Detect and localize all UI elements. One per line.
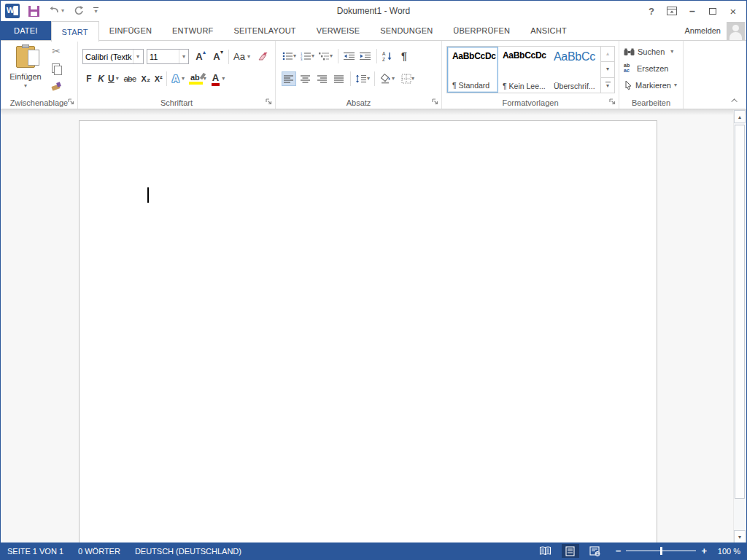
shrink-font-button[interactable]: A▾ [209, 50, 224, 64]
align-center-button[interactable] [298, 71, 313, 86]
tab-seitenlayout[interactable]: SEITENLAYOUT [223, 21, 306, 40]
show-paragraph-marks-button[interactable]: ¶ [400, 49, 408, 63]
styles-scroll-up-button[interactable]: ▴ [601, 47, 614, 62]
scroll-track[interactable] [734, 123, 746, 530]
style-name: Überschrif... [554, 82, 597, 90]
read-mode-button[interactable] [537, 544, 554, 558]
ribbon-display-options-button[interactable] [662, 1, 682, 20]
caret-down-icon: ▾ [606, 66, 609, 72]
binoculars-icon [624, 48, 635, 56]
styles-dialog-launcher[interactable] [608, 98, 617, 106]
status-right: − + 100 % [537, 544, 746, 558]
tab-ueberpruefen[interactable]: ÜBERPRÜFEN [443, 21, 520, 40]
tab-entwurf[interactable]: ENTWURF [162, 21, 223, 40]
print-layout-button[interactable] [562, 544, 579, 558]
paragraph-dialog-launcher[interactable] [431, 98, 440, 106]
text-highlight-button[interactable]: ab ▾ [190, 73, 206, 85]
scroll-thumb[interactable] [735, 125, 745, 499]
align-right-button[interactable] [315, 71, 330, 86]
select-button[interactable]: Markieren ▾ [624, 79, 677, 92]
zoom-slider-handle[interactable] [660, 547, 662, 555]
font-color-button[interactable]: A ▾ [212, 72, 225, 86]
font-size-combo[interactable]: 11 ▾ [147, 49, 189, 64]
text-effects-button[interactable]: A ▾ [172, 73, 185, 85]
clipboard-dialog-launcher[interactable] [67, 98, 76, 106]
caret-down-icon: ▾ [738, 534, 741, 540]
help-button[interactable]: ? [641, 1, 662, 20]
font-family-dropdown[interactable]: ▾ [133, 50, 142, 63]
tab-einfuegen[interactable]: EINFÜGEN [99, 21, 162, 40]
cut-button[interactable]: ✂ [49, 44, 63, 58]
replace-button[interactable]: ab ac Ersetzen [624, 62, 677, 75]
increase-indent-button[interactable] [359, 49, 372, 63]
shading-button[interactable]: ▾ [379, 71, 395, 86]
zoom-level[interactable]: 100 % [714, 547, 740, 556]
superscript-button[interactable]: X² [155, 74, 163, 83]
strikethrough-button[interactable]: abe [124, 74, 136, 83]
scroll-down-button[interactable]: ▾ [734, 530, 746, 543]
chevron-down-icon: ▾ [311, 53, 314, 59]
numbering-button[interactable]: 123 ▾ [300, 49, 315, 63]
word-count[interactable]: 0 WÖRTER [78, 547, 120, 556]
style-ueberschrift[interactable]: AaBbCc Überschrif... [549, 47, 600, 93]
italic-button[interactable]: K [96, 74, 106, 84]
tab-datei[interactable]: DATEI [1, 21, 51, 40]
change-case-button[interactable]: Aa ▾ [233, 51, 250, 62]
sign-in-link[interactable]: Anmelden [684, 26, 721, 35]
underline-button[interactable]: U ▾ [108, 74, 119, 84]
page-count[interactable]: SEITE 1 VON 1 [7, 547, 63, 556]
font-size-value: 11 [147, 52, 179, 61]
tab-start[interactable]: START [51, 21, 99, 42]
style-standard[interactable]: AaBbCcDc ¶ Standard [447, 47, 498, 93]
font-family-combo[interactable]: Calibri (Textk ▾ [82, 49, 144, 64]
subscript-button[interactable]: X₂ [142, 74, 150, 83]
collapse-ribbon-button[interactable] [730, 97, 740, 104]
styles-scroll-down-button[interactable]: ▾ [601, 62, 614, 77]
decrease-indent-button[interactable] [343, 49, 356, 63]
tab-sendungen[interactable]: SENDUNGEN [370, 21, 443, 40]
account-area: Anmelden [684, 21, 746, 40]
word-window: W ▾ ▾ Dokument1 - Word [0, 0, 747, 560]
paste-label: Einfügen [9, 72, 41, 81]
multilevel-list-button[interactable]: ▾ [318, 49, 333, 63]
paste-caret-icon[interactable]: ▾ [24, 83, 27, 89]
font-size-dropdown[interactable]: ▾ [179, 50, 188, 63]
divider [228, 50, 229, 64]
bold-button[interactable]: F [84, 74, 94, 84]
document-page[interactable] [79, 120, 657, 544]
style-kein-leerraum[interactable]: AaBbCcDc ¶ Kein Lee... [498, 47, 549, 93]
select-arrow-icon [624, 80, 632, 90]
zoom-in-button[interactable]: + [701, 546, 707, 556]
tab-ansicht[interactable]: ANSICHT [520, 21, 577, 40]
language[interactable]: DEUTSCH (DEUTSCHLAND) [135, 547, 241, 556]
maximize-button[interactable] [703, 1, 723, 20]
copy-button[interactable] [49, 62, 63, 75]
tab-verweise[interactable]: VERWEISE [306, 21, 370, 40]
clear-formatting-button[interactable] [258, 52, 269, 62]
zoom-slider[interactable] [626, 547, 696, 555]
justify-button[interactable] [332, 71, 347, 86]
paste-button[interactable]: Einfügen ▾ [5, 43, 46, 96]
dialog-launcher-icon [67, 98, 75, 106]
window-title: Dokument1 - Word [1, 1, 746, 21]
line-spacing-button[interactable]: ▾ [355, 71, 371, 86]
styles-gallery-more-button[interactable]: ▾ [601, 78, 614, 93]
text-cursor [147, 187, 149, 203]
scroll-up-button[interactable]: ▴ [734, 110, 746, 123]
sort-button[interactable]: A Z [382, 49, 393, 63]
numbering-icon: 123 [301, 52, 311, 61]
zoom-out-button[interactable]: − [616, 546, 622, 556]
grow-font-button[interactable]: A▴ [192, 50, 206, 64]
minimize-button[interactable]: – [682, 1, 703, 20]
bullets-button[interactable]: ▾ [282, 49, 297, 63]
find-button[interactable]: Suchen ▾ [624, 45, 677, 58]
font-dialog-launcher[interactable] [265, 98, 274, 106]
web-layout-button[interactable] [587, 544, 604, 558]
align-left-button[interactable] [282, 71, 296, 86]
avatar[interactable] [727, 22, 745, 40]
format-painter-button[interactable] [49, 79, 63, 93]
vertical-scrollbar[interactable]: ▴ ▾ [733, 110, 746, 543]
format-painter-icon [51, 81, 61, 91]
close-button[interactable]: × [723, 1, 743, 20]
borders-button[interactable]: ▾ [400, 71, 415, 86]
